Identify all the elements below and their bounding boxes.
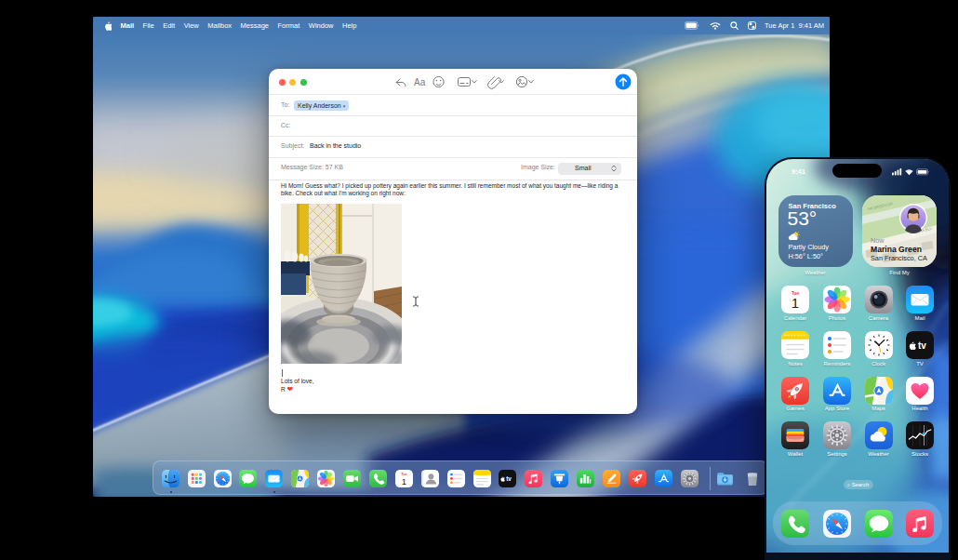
svg-text:Aa: Aa	[414, 77, 426, 87]
svg-text:tv: tv	[918, 340, 926, 351]
svg-text:tv: tv	[507, 475, 512, 482]
svg-text:1: 1	[792, 295, 799, 311]
svg-text:1: 1	[402, 476, 406, 487]
